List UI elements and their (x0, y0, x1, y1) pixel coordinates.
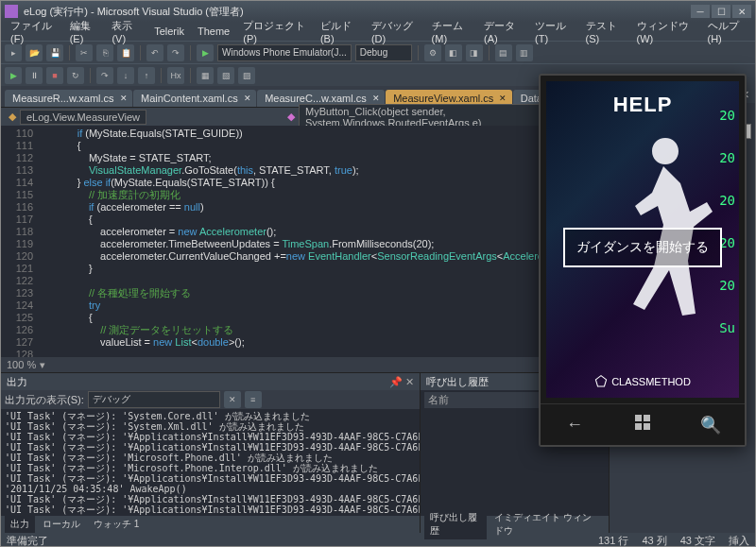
tab-close-icon[interactable]: ✕ (372, 94, 380, 103)
tool-icon-4[interactable]: ▤ (495, 44, 512, 61)
menu-item[interactable]: プロジェクト(P) (237, 17, 313, 46)
config-select[interactable]: Debug (355, 44, 412, 61)
tab-close-icon[interactable]: ✕ (499, 94, 507, 103)
pause-icon[interactable]: ⏸ (26, 67, 43, 84)
clear-icon[interactable]: ✕ (224, 391, 241, 408)
phone-softkeys: ← 🔍 (541, 403, 745, 445)
status-ch: 43 文字 (680, 534, 715, 548)
restart-icon[interactable]: ↻ (67, 67, 84, 84)
new-icon[interactable]: ▸ (5, 44, 22, 61)
callstack-title: 呼び出し履歴 (426, 375, 489, 389)
menu-item[interactable]: 表示(V) (106, 17, 146, 46)
menu-item[interactable]: ファイル(F) (5, 17, 62, 46)
open-icon[interactable]: 📂 (26, 44, 43, 61)
copy-icon[interactable]: ⎘ (96, 44, 113, 61)
step-out-icon[interactable]: ↑ (138, 67, 155, 84)
code-editor[interactable]: 1101111121131141151161171181191201211221… (1, 126, 609, 357)
member-icon: ◆ (287, 111, 295, 123)
year-label: Su (719, 320, 735, 335)
classmethod-logo: CLASSMETHOD (546, 375, 739, 388)
dancer-silhouette (609, 128, 722, 317)
phone-screen[interactable]: HELP 2020202020Su ガイダンスを開始する CLASSMETHOD (546, 81, 739, 398)
cut-icon[interactable]: ✂ (76, 44, 93, 61)
search-icon[interactable]: 🔍 (699, 415, 722, 436)
type-icon: ◆ (9, 111, 16, 123)
line-gutter: 1101111121131141151161171181191201211221… (1, 126, 39, 357)
continue-icon[interactable]: ▶ (5, 67, 22, 84)
save-icon[interactable]: 💾 (46, 44, 63, 61)
svg-rect-1 (644, 415, 650, 421)
menu-item[interactable]: ビルド(B) (315, 17, 364, 46)
tool-icon-3[interactable]: ◨ (466, 44, 483, 61)
panel-tab[interactable]: ウォッチ 1 (88, 516, 145, 533)
run-icon[interactable]: ▶ (197, 44, 214, 61)
paste-icon[interactable]: 📋 (117, 44, 134, 61)
menu-item[interactable]: 編集(E) (64, 17, 105, 46)
svg-rect-0 (635, 415, 642, 421)
menu-item[interactable]: ツール(T) (529, 17, 577, 46)
app-title: HELP (546, 93, 739, 117)
step-into-icon[interactable]: ↓ (117, 67, 134, 84)
stop-icon[interactable]: ■ (46, 67, 63, 84)
svg-rect-2 (635, 423, 642, 430)
windows-icon[interactable] (631, 413, 654, 436)
namespace-dropdown[interactable]: eLog.View.MeasureView (20, 110, 146, 125)
status-bar: 準備完了 131 行 43 列 43 文字 挿入 (1, 533, 755, 547)
status-left: 準備完了 (7, 534, 48, 548)
tab-close-icon[interactable]: ✕ (244, 94, 251, 103)
panel-tab[interactable]: 出力 (5, 516, 35, 533)
output-tabs: 出力ローカルウォッチ 1 (1, 516, 420, 533)
tool-icon-5[interactable]: ▥ (516, 44, 533, 61)
phone-emulator[interactable]: HELP 2020202020Su ガイダンスを開始する CLASSMETHOD… (539, 74, 747, 447)
menu-item[interactable]: テスト(S) (580, 17, 629, 46)
hex-icon[interactable]: Hx (167, 67, 184, 84)
menu-item[interactable]: ヘルプ(H) (702, 17, 751, 46)
pin-icon[interactable]: 📌 (389, 376, 403, 387)
menu-item[interactable]: デバッグ(D) (366, 17, 424, 46)
wrap-icon[interactable]: ≡ (245, 391, 262, 408)
panel-close-icon[interactable]: ✕ (405, 376, 414, 387)
svg-rect-3 (644, 423, 650, 430)
editor-zoom[interactable]: 100 % ▾ ◂ (1, 357, 609, 372)
menu-item[interactable]: データ(A) (478, 17, 527, 46)
panel-tab[interactable]: イミディエイト ウィンドウ (489, 509, 605, 539)
menu-bar: ファイル(F)編集(E)表示(V)TelerikThemeプロジェクト(P)ビル… (1, 22, 755, 41)
year-label: 20 (719, 108, 735, 123)
status-col: 43 列 (642, 534, 666, 548)
tool-b-icon[interactable]: ▧ (217, 67, 234, 84)
menu-item[interactable]: ウィンドウ(W) (631, 17, 700, 46)
tool-icon[interactable]: ⚙ (424, 44, 441, 61)
output-title: 出力 (7, 375, 27, 389)
callstack-tabs: 呼び出し履歴イミディエイト ウィンドウ (421, 516, 609, 533)
panel-tab[interactable]: ローカル (37, 516, 86, 533)
status-line: 131 行 (598, 534, 628, 548)
editor-tab[interactable]: MeasureR...w.xaml.cs✕ (5, 90, 132, 107)
output-source-select[interactable]: デバッグ (88, 391, 220, 408)
output-source-label: 出力元の表示(S): (5, 393, 84, 407)
output-text[interactable]: 'UI Task' (マネージ): 'System.Core.dll' が読み込… (1, 409, 420, 516)
tab-close-icon[interactable]: ✕ (120, 94, 128, 103)
step-over-icon[interactable]: ↷ (96, 67, 113, 84)
emulator-select[interactable]: Windows Phone Emulator(J... (217, 44, 352, 61)
status-ins: 挿入 (729, 534, 749, 548)
navigation-bar: ◆ eLog.View.MeasureView ◆ MyButton_Click… (1, 107, 609, 126)
editor-tab[interactable]: MainContent.xaml.cs✕ (133, 90, 256, 107)
tool-a-icon[interactable]: ▦ (197, 67, 214, 84)
back-icon[interactable]: ← (563, 415, 586, 435)
tool-c-icon[interactable]: ▨ (238, 67, 255, 84)
undo-icon[interactable]: ↶ (146, 44, 163, 61)
start-guidance-button[interactable]: ガイダンスを開始する (563, 228, 722, 267)
code-area[interactable]: if (MyState.Equals(STATE_GUIDE)) { MySta… (39, 126, 609, 357)
output-panel: 出力 📌 ✕ 出力元の表示(S): デバッグ ✕ ≡ 'UI Task' (マネ… (1, 373, 420, 533)
menu-item[interactable]: Telerik (148, 24, 190, 39)
panel-tab[interactable]: 呼び出し履歴 (424, 509, 487, 539)
menu-item[interactable]: チーム(M) (426, 17, 477, 46)
redo-icon[interactable]: ↷ (167, 44, 184, 61)
tool-icon-2[interactable]: ◧ (445, 44, 462, 61)
menu-item[interactable]: Theme (192, 24, 235, 39)
